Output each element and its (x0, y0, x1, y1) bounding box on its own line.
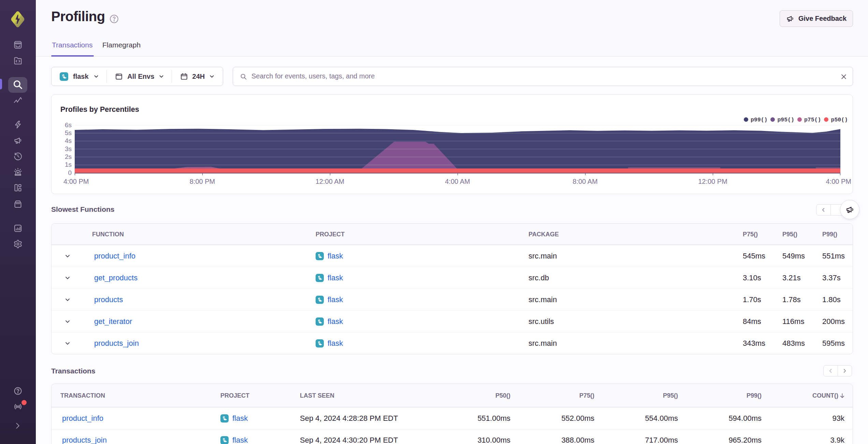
svg-text:4:00 PM: 4:00 PM (63, 178, 89, 185)
svg-text:8:00 AM: 8:00 AM (573, 178, 597, 185)
svg-text:4:00 PM: 4:00 PM (826, 178, 851, 185)
svg-text:1s: 1s (65, 161, 72, 168)
svg-text:8:00 PM: 8:00 PM (190, 178, 215, 185)
svg-text:0: 0 (68, 169, 72, 176)
svg-text:6s: 6s (65, 121, 72, 129)
svg-text:4s: 4s (65, 137, 72, 144)
svg-text:12:00 PM: 12:00 PM (698, 178, 727, 185)
svg-text:3s: 3s (65, 145, 72, 152)
svg-text:4:00 AM: 4:00 AM (445, 178, 470, 185)
svg-text:12:00 AM: 12:00 AM (316, 178, 345, 185)
svg-text:5s: 5s (65, 129, 72, 136)
svg-text:2s: 2s (65, 153, 72, 160)
